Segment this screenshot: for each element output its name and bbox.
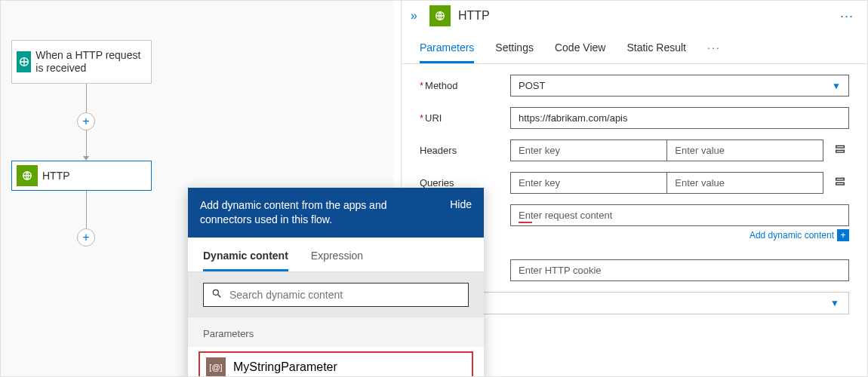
chevron-down-icon: ▼ [832, 81, 841, 91]
queries-mode-toggle-icon[interactable] [831, 176, 849, 190]
advanced-expand-row[interactable]: ▼ [420, 292, 849, 314]
method-label: Method [420, 80, 510, 91]
plus-badge-icon: + [837, 229, 849, 241]
connector-line [86, 191, 87, 228]
connector-line [86, 130, 87, 156]
tab-settings[interactable]: Settings [495, 37, 534, 63]
http-node[interactable]: HTTP [11, 161, 152, 191]
connector-line [86, 84, 87, 112]
cookie-input[interactable] [510, 259, 849, 281]
popup-message: Add dynamic content from the apps and co… [200, 198, 426, 227]
headers-label: Headers [420, 145, 510, 156]
insert-step-button[interactable]: + [77, 112, 95, 130]
query-key-input[interactable] [510, 172, 666, 194]
cursor-indicator [519, 222, 532, 223]
popup-group-parameters: Parameters [188, 317, 484, 347]
svg-rect-5 [836, 178, 845, 180]
parameter-icon: [@] [206, 357, 226, 377]
search-icon [211, 288, 222, 302]
svg-rect-3 [836, 146, 845, 148]
panel-title: HTTP [458, 9, 836, 23]
tab-more[interactable]: ··· [707, 37, 721, 63]
query-value-input[interactable] [666, 172, 823, 194]
svg-line-8 [218, 295, 221, 298]
popup-tab-expression[interactable]: Expression [311, 247, 363, 271]
dynamic-content-item-mystringparameter[interactable]: [@] MyStringParameter [199, 351, 473, 377]
tab-code-view[interactable]: Code View [555, 37, 605, 63]
svg-rect-6 [836, 182, 845, 185]
request-icon [17, 51, 31, 72]
svg-rect-4 [836, 150, 845, 152]
tab-parameters[interactable]: Parameters [420, 37, 474, 63]
popup-hide-button[interactable]: Hide [450, 198, 472, 210]
panel-tabs: Parameters Settings Code View Static Res… [402, 26, 867, 64]
trigger-node[interactable]: When a HTTP request is received [11, 40, 152, 84]
chevron-down-icon: ▼ [830, 298, 839, 308]
http-icon [17, 165, 38, 186]
body-input[interactable]: Enter request content [510, 204, 849, 226]
method-select[interactable]: POST ▼ [510, 75, 849, 97]
add-step-button[interactable]: + [77, 228, 95, 247]
headers-mode-toggle-icon[interactable] [831, 143, 849, 158]
popup-tab-dynamic-content[interactable]: Dynamic content [203, 247, 288, 271]
body-placeholder: Enter request content [519, 210, 612, 221]
queries-label: Queries [420, 177, 510, 188]
add-dynamic-content-link[interactable]: Add dynamic content + [510, 229, 849, 241]
http-icon [429, 5, 451, 26]
method-value: POST [519, 80, 545, 91]
header-key-input[interactable] [510, 139, 666, 161]
search-dynamic-content-input[interactable] [203, 283, 469, 307]
parameter-name: MyStringParameter [233, 360, 337, 374]
collapse-panel-button[interactable]: » [406, 9, 422, 23]
trigger-node-label: When a HTTP request is received [35, 49, 151, 75]
uri-label: URI [420, 112, 510, 124]
http-node-label: HTTP [42, 170, 70, 182]
tab-static-result[interactable]: Static Result [626, 37, 686, 63]
header-value-input[interactable] [666, 139, 823, 161]
dynamic-content-popup: Add dynamic content from the apps and co… [188, 188, 484, 377]
panel-more-button[interactable]: ··· [836, 8, 858, 24]
uri-input[interactable] [510, 107, 849, 129]
svg-point-7 [213, 290, 218, 295]
